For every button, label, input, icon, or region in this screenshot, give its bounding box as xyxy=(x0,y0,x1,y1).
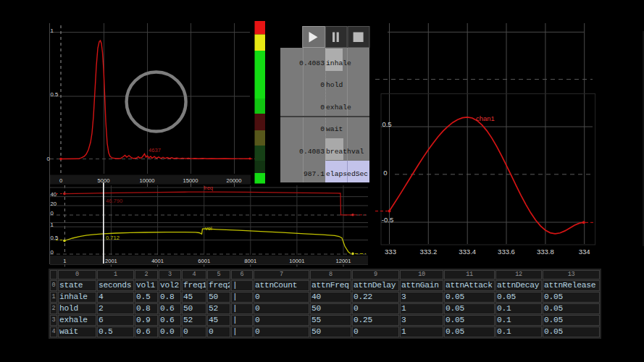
svg-text:2001: 2001 xyxy=(105,258,117,264)
svg-text:10001: 10001 xyxy=(289,258,304,264)
svg-text:10000: 10000 xyxy=(139,177,154,184)
svg-text:0: 0 xyxy=(51,249,54,256)
svg-text:6001: 6001 xyxy=(198,258,210,264)
svg-text:20: 20 xyxy=(51,201,57,207)
svg-text:333: 333 xyxy=(385,248,396,256)
svg-text:-0.5: -0.5 xyxy=(382,216,393,224)
svg-text:4637: 4637 xyxy=(149,147,161,153)
svg-text:12001: 12001 xyxy=(335,258,351,264)
svg-text:0: 0 xyxy=(59,177,62,184)
svg-text:333.2: 333.2 xyxy=(419,248,437,256)
svg-text:40: 40 xyxy=(51,191,57,198)
svg-text:0.5: 0.5 xyxy=(51,91,59,98)
svg-text:0.5: 0.5 xyxy=(382,120,391,128)
svg-text:4001: 4001 xyxy=(151,258,164,264)
svg-text:8001: 8001 xyxy=(244,258,256,264)
svg-text:15000: 15000 xyxy=(183,177,198,184)
svg-text:vol: vol xyxy=(205,225,212,232)
svg-text:0: 0 xyxy=(47,156,51,162)
svg-text:333.4: 333.4 xyxy=(459,248,476,256)
svg-text:0: 0 xyxy=(51,210,54,216)
svg-text:0: 0 xyxy=(383,169,387,177)
svg-text:20000: 20000 xyxy=(226,177,241,184)
svg-text:1: 1 xyxy=(63,258,66,264)
svg-text:0.712: 0.712 xyxy=(106,235,120,241)
svg-text:46.790: 46.790 xyxy=(106,198,122,204)
svg-text:333.8: 333.8 xyxy=(537,248,554,256)
svg-text:freq: freq xyxy=(204,185,213,191)
svg-text:chan1: chan1 xyxy=(476,114,495,122)
svg-text:334: 334 xyxy=(579,248,590,256)
svg-text:1: 1 xyxy=(51,222,54,228)
svg-text:333.6: 333.6 xyxy=(498,248,515,256)
svg-text:1: 1 xyxy=(51,28,54,34)
